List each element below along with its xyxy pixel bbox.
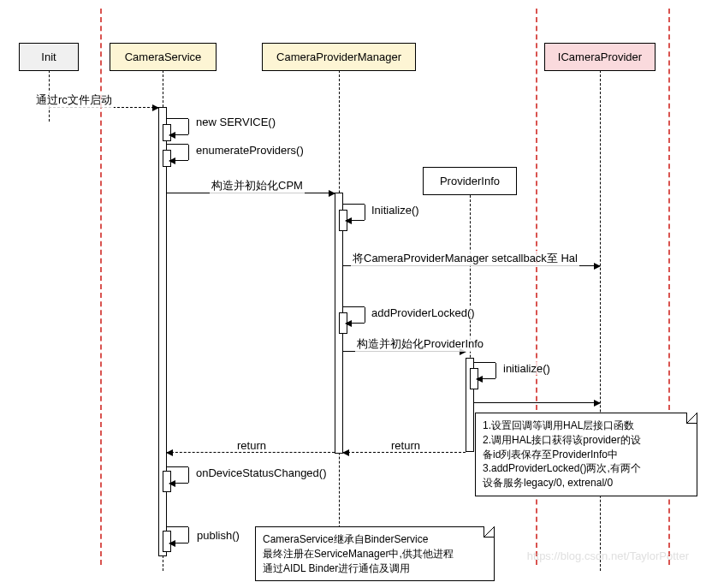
note1-line4: 3.addProviderLocked()两次,有两个 bbox=[483, 461, 690, 476]
msg-setcallback-label: 将CameraProviderManager setcallback至 Hal bbox=[351, 251, 579, 266]
msg-enum-providers bbox=[167, 144, 189, 161]
msg-init-pi-label: 构造并初始化ProviderInfo bbox=[355, 336, 485, 352]
note1-line3: 备id列表保存至ProviderInfo中 bbox=[483, 448, 690, 462]
note2-line2: 最终注册在ServiceManager中,供其他进程 bbox=[263, 547, 487, 561]
msg-on-status-label: onDeviceStatusChanged() bbox=[194, 466, 328, 479]
msg-return2-arrow bbox=[167, 452, 335, 453]
participant-camera-provider-manager: CameraProviderManager bbox=[262, 43, 416, 71]
msg-new-service bbox=[167, 118, 189, 135]
msg-initialize bbox=[343, 204, 365, 221]
msg-add-provider-label: addProviderLocked() bbox=[370, 306, 477, 319]
msg-on-status bbox=[167, 466, 189, 484]
participant-init: Init bbox=[19, 43, 79, 71]
note1-line2: 2.调用HAL接口获得该provider的设 bbox=[483, 433, 690, 448]
msg-init-cpm-label: 构造并初始化CPM bbox=[210, 178, 305, 193]
participant-provider-info: ProviderInfo bbox=[423, 167, 517, 195]
msg-enum-providers-label: enumerateProviders() bbox=[194, 144, 306, 157]
msg-return1-label: return bbox=[389, 439, 422, 452]
msg-publish bbox=[167, 526, 189, 543]
msg-return2-label: return bbox=[235, 439, 268, 452]
msg-publish-label: publish() bbox=[195, 529, 241, 542]
note2-line1: CameraService继承自BinderService bbox=[263, 532, 487, 547]
note1-line1: 1.设置回调等调用HAL层接口函数 bbox=[483, 419, 690, 433]
msg-initialize-label: Initialize() bbox=[370, 204, 421, 217]
note2-line3: 通过AIDL Binder进行通信及调用 bbox=[263, 561, 487, 576]
msg-new-service-label: new SERVICE() bbox=[194, 116, 277, 128]
msg-add-provider bbox=[343, 306, 365, 324]
msg-initialize2-label: initialize() bbox=[501, 362, 552, 375]
msg-start-label: 通过rc文件启动 bbox=[34, 92, 114, 108]
msg-return1-arrow bbox=[343, 452, 466, 453]
participant-icamera-provider: ICameraProvider bbox=[544, 43, 656, 71]
note-hal-steps: 1.设置回调等调用HAL层接口函数 2.调用HAL接口获得该provider的设… bbox=[475, 413, 697, 496]
participant-camera-service: CameraService bbox=[110, 43, 217, 71]
msg-initialize2 bbox=[474, 362, 496, 379]
note1-line5: 设备服务legacy/0, extrenal/0 bbox=[483, 476, 690, 490]
note-binder-service: CameraService继承自BinderService 最终注册在Servi… bbox=[255, 526, 495, 581]
watermark: https://blog.csdn.net/TaylorPotter bbox=[527, 549, 689, 562]
msg-pi-to-icp-arrow bbox=[474, 402, 600, 403]
